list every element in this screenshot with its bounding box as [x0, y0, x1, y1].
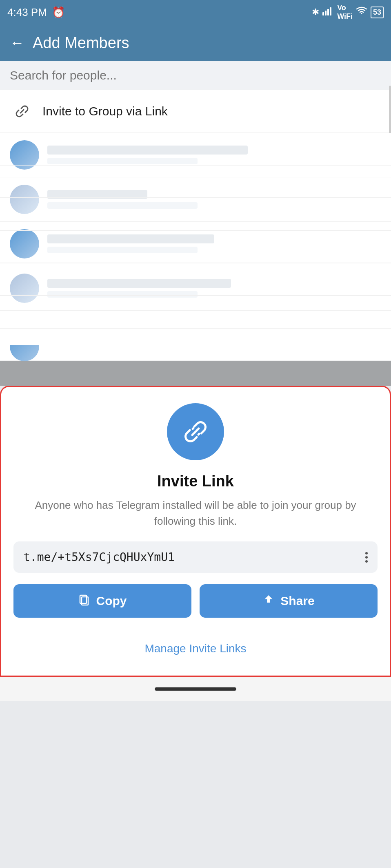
- battery-icon: 53: [371, 7, 384, 18]
- invite-row[interactable]: Invite to Group via Link: [0, 90, 391, 133]
- status-left: 4:43 PM ⏰: [7, 6, 65, 19]
- share-icon: [262, 594, 275, 609]
- bluetooth-icon: ✱: [312, 7, 319, 18]
- sheet-overlay: [0, 361, 391, 386]
- status-right: ✱ VoWiFi 53: [312, 4, 384, 21]
- bottom-sheet: Invite Link Anyone who has Telegram inst…: [0, 386, 391, 677]
- copy-button[interactable]: Copy: [13, 584, 191, 618]
- svg-rect-2: [327, 9, 329, 15]
- search-input[interactable]: [10, 68, 381, 82]
- copy-icon: [78, 594, 91, 609]
- invite-link-title: Invite Link: [13, 473, 378, 490]
- share-button[interactable]: Share: [200, 584, 378, 618]
- copy-label: Copy: [96, 594, 127, 608]
- svg-rect-1: [325, 11, 327, 15]
- signal-icon: [322, 7, 334, 18]
- home-bar: [155, 687, 236, 691]
- contacts-blur-overlay: [0, 133, 391, 361]
- manage-links-text: Manage Invite Links: [144, 642, 246, 655]
- action-buttons: Copy Share: [13, 584, 378, 618]
- link-box: t.me/+t5Xs7CjcQHUxYmU1: [13, 541, 378, 573]
- dot: [365, 560, 368, 563]
- status-bar: 4:43 PM ⏰ ✱ VoWiFi 53: [0, 0, 391, 24]
- invite-link-description: Anyone who has Telegram installed will b…: [13, 497, 378, 529]
- alarm-icon: ⏰: [52, 6, 65, 19]
- link-more-button[interactable]: [365, 552, 368, 563]
- invite-link-circle: [167, 403, 224, 460]
- vowifi-icon: VoWiFi: [337, 4, 353, 21]
- dot: [365, 556, 368, 559]
- invite-link-url: t.me/+t5Xs7CjcQHUxYmU1: [23, 550, 175, 564]
- manage-invite-links[interactable]: Manage Invite Links: [13, 630, 378, 663]
- time-display: 4:43 PM: [7, 6, 47, 19]
- svg-rect-3: [330, 7, 331, 15]
- back-button[interactable]: ←: [10, 34, 24, 51]
- share-label: Share: [280, 594, 314, 608]
- dot: [365, 552, 368, 554]
- contacts-area: [0, 133, 391, 361]
- header: ← Add Members: [0, 24, 391, 61]
- search-bar: [0, 61, 391, 90]
- invite-row-label: Invite to Group via Link: [42, 104, 168, 118]
- page-title: Add Members: [33, 34, 129, 52]
- invite-link-icon: [10, 99, 34, 124]
- wifi-icon: [356, 7, 367, 18]
- svg-rect-0: [322, 12, 324, 15]
- home-indicator: [0, 677, 391, 701]
